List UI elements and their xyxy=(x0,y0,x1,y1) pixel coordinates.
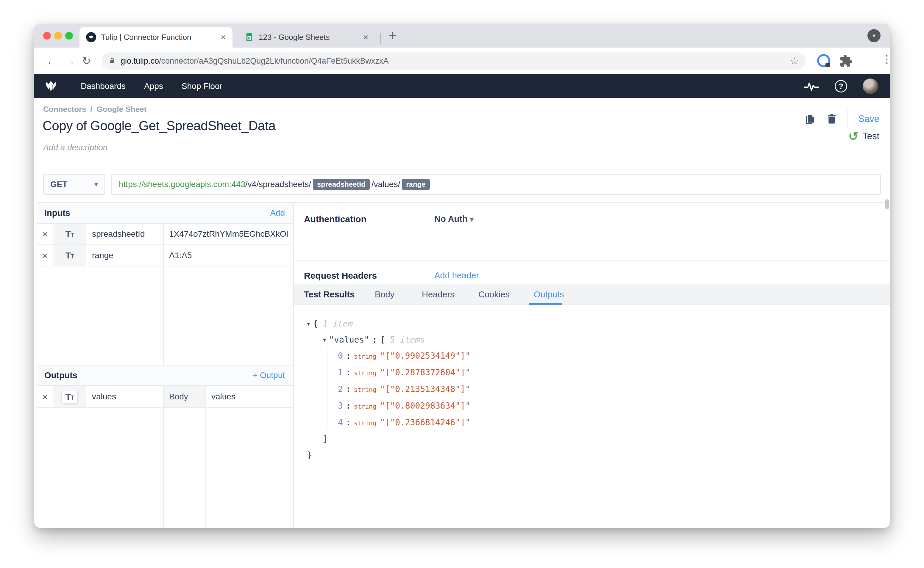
close-window-button[interactable] xyxy=(43,32,51,39)
remove-output-icon[interactable]: × xyxy=(36,386,53,407)
output-path[interactable]: values xyxy=(205,386,292,407)
tab-separator xyxy=(380,33,381,44)
json-type-label: string xyxy=(354,353,377,360)
method-value: GET xyxy=(50,180,94,189)
json-item: 3:string"["0.8002983634"]" xyxy=(338,398,470,415)
nav-item-shop-floor[interactable]: Shop Floor xyxy=(182,82,223,91)
extensions-puzzle-icon[interactable] xyxy=(839,54,853,68)
results-tab-bar: Test Results Body Headers Cookies Output… xyxy=(294,284,890,305)
bookmark-star-icon[interactable]: ☆ xyxy=(790,55,799,66)
add-input-button[interactable]: Add xyxy=(270,208,285,218)
breadcrumb-connectors[interactable]: Connectors xyxy=(43,105,86,113)
url-path: /connector/aA3gQshuLb2Qug2Lk/function/Q4… xyxy=(159,56,790,66)
json-root-line[interactable]: ▼{1 item xyxy=(307,316,470,332)
json-close-bracket: ] xyxy=(323,431,470,447)
text-type-icon: TT xyxy=(65,251,74,260)
json-item-value: "["0.2366814246"]" xyxy=(380,417,470,428)
auth-dropdown[interactable]: No Auth ▾ xyxy=(434,214,474,224)
breadcrumb-google-sheet[interactable]: Google Sheet xyxy=(97,105,147,113)
io-panel: Inputs Add × TT spreadsheetId 1X474o7ztR… xyxy=(36,202,293,528)
method-dropdown[interactable]: GET ▾ xyxy=(43,174,105,195)
section-divider xyxy=(294,260,890,260)
tulip-logo-icon[interactable] xyxy=(44,80,58,93)
output-type-cell[interactable]: TT xyxy=(53,386,86,407)
request-headers-label: Request Headers xyxy=(304,270,377,281)
test-results-label: Test Results xyxy=(304,284,354,305)
input-type-cell[interactable]: TT xyxy=(53,224,86,245)
json-type-label: string xyxy=(354,386,377,393)
tab-outputs[interactable]: Outputs xyxy=(534,284,564,305)
password-manager-extension-icon[interactable] xyxy=(817,54,830,67)
json-values-line[interactable]: ▼"values":[5 items xyxy=(323,332,470,348)
url-host: gio.tulip.co xyxy=(121,56,159,66)
back-button[interactable]: ← xyxy=(46,48,58,74)
add-output-button[interactable]: + Output xyxy=(253,370,285,380)
url-param-range[interactable]: range xyxy=(402,179,430,190)
tab-cookies[interactable]: Cookies xyxy=(479,284,510,305)
collapse-triangle-icon[interactable]: ▼ xyxy=(307,316,310,332)
duplicate-button[interactable] xyxy=(804,113,816,125)
json-item: 2:string"["0.2135134348"]" xyxy=(338,381,470,398)
input-value[interactable]: 1X474o7ztRhYMm5EGhcBXkOl xyxy=(163,224,292,245)
url-path-2: /values/ xyxy=(371,180,400,189)
url-param-spreadsheetid[interactable]: spreadsheetId xyxy=(313,179,370,190)
close-tab-icon[interactable]: × xyxy=(221,32,226,42)
help-icon[interactable]: ? xyxy=(835,80,847,92)
close-tab-icon[interactable]: × xyxy=(363,32,368,42)
user-avatar[interactable] xyxy=(863,79,878,94)
json-item: 4:string"["0.2366814246"]" xyxy=(338,415,470,431)
remove-input-icon[interactable]: × xyxy=(36,245,53,266)
tab-tulip-connector[interactable]: Tulip | Connector Function × xyxy=(79,27,232,48)
text-list-type-icon: TT xyxy=(65,396,74,400)
json-close-brace: } xyxy=(307,447,470,463)
tab-strip: Tulip | Connector Function × 123 - Googl… xyxy=(34,24,890,48)
nav-item-dashboards[interactable]: Dashboards xyxy=(81,82,126,91)
tab-headers[interactable]: Headers xyxy=(422,284,454,305)
output-row-values: × TT values Body values xyxy=(36,386,292,408)
json-type-label: string xyxy=(354,403,377,410)
input-name[interactable]: range xyxy=(92,245,114,266)
add-header-button[interactable]: Add header xyxy=(434,270,479,281)
collapse-triangle-icon[interactable]: ▼ xyxy=(323,332,326,348)
nav-item-apps[interactable]: Apps xyxy=(144,82,163,91)
tab-google-sheets[interactable]: 123 - Google Sheets × xyxy=(238,27,375,48)
json-item-value: "["0.2878372604"]" xyxy=(380,367,470,378)
description-placeholder[interactable]: Add a description xyxy=(43,143,108,152)
output-name[interactable]: values xyxy=(92,386,116,407)
chevron-down-icon: ▾ xyxy=(94,180,98,189)
request-url-input[interactable]: https://sheets.googleapis.com:443/v4/spr… xyxy=(111,174,881,195)
outputs-header: Outputs + Output xyxy=(36,365,292,386)
input-type-cell[interactable]: TT xyxy=(53,245,86,266)
address-bar[interactable]: gio.tulip.co /connector/aA3gQshuLb2Qug2L… xyxy=(101,52,806,69)
tab-search-chevron-icon[interactable]: ▾ xyxy=(868,29,880,42)
page-title[interactable]: Copy of Google_Get_SpreadSheet_Data xyxy=(42,118,275,133)
reload-button[interactable]: ↻ xyxy=(82,48,91,74)
google-sheets-favicon-icon xyxy=(244,32,254,42)
inputs-header: Inputs Add xyxy=(36,203,292,224)
zoom-window-button[interactable] xyxy=(65,32,73,39)
activity-pulse-icon[interactable] xyxy=(804,81,819,92)
url-base: https://sheets.googleapis.com:443 xyxy=(119,180,245,189)
json-result-viewer: ▼{1 item ▼"values":[5 items 0:string"["0… xyxy=(307,316,470,463)
input-name[interactable]: spreadsheetId xyxy=(92,224,145,245)
minimize-window-button[interactable] xyxy=(54,32,62,39)
tab-body[interactable]: Body xyxy=(375,284,394,305)
remove-input-icon[interactable]: × xyxy=(36,224,53,245)
config-results-panel: Authentication No Auth ▾ Request Headers… xyxy=(293,202,890,528)
input-value[interactable]: A1:A5 xyxy=(163,245,292,266)
save-button[interactable]: Save xyxy=(858,113,879,124)
column-divider xyxy=(205,408,206,528)
json-key: "values" xyxy=(329,335,369,344)
new-tab-button[interactable]: + xyxy=(388,27,397,44)
json-item-value: "["0.8002983634"]" xyxy=(380,401,470,411)
authentication-label: Authentication xyxy=(304,214,367,224)
output-source[interactable]: Body xyxy=(163,386,205,407)
outputs-title: Outputs xyxy=(44,370,253,380)
browser-menu-icon[interactable]: ⋮ xyxy=(882,53,890,65)
test-button[interactable]: Test xyxy=(862,131,879,142)
column-divider xyxy=(163,408,164,528)
active-tab-underline xyxy=(529,303,562,305)
delete-button[interactable] xyxy=(826,113,838,125)
page-scrollbar[interactable] xyxy=(885,199,889,209)
json-type-label: string xyxy=(354,370,377,377)
